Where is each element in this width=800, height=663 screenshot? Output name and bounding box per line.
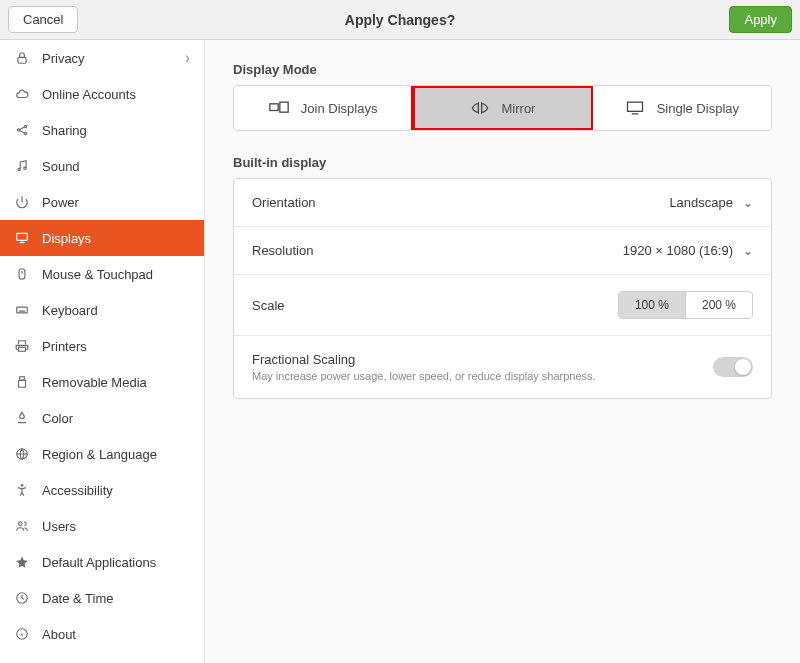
svg-rect-18	[280, 102, 288, 112]
globe-icon	[14, 446, 30, 462]
orientation-label: Orientation	[252, 195, 316, 210]
sidebar-item-privacy[interactable]: Privacy ›	[0, 40, 204, 76]
resolution-row[interactable]: Resolution 1920 × 1080 (16:9) ⌄	[234, 227, 771, 275]
sidebar-item-sharing[interactable]: Sharing	[0, 112, 204, 148]
svg-rect-8	[17, 307, 28, 313]
svg-rect-17	[270, 104, 278, 111]
sidebar-item-sound[interactable]: Sound	[0, 148, 204, 184]
main-area: Display Mode Join Displays Mirror Single…	[205, 40, 800, 663]
svg-point-3	[24, 132, 26, 134]
apply-button[interactable]: Apply	[729, 6, 792, 33]
mode-join-displays[interactable]: Join Displays	[234, 86, 413, 130]
fractional-scaling-sub: May increase power usage, lower speed, o…	[252, 370, 596, 382]
content: Privacy › Online Accounts Sharing Sound …	[0, 40, 800, 663]
fractional-scaling-row: Fractional Scaling May increase power us…	[234, 336, 771, 398]
sidebar-item-label: Default Applications	[42, 555, 156, 570]
sidebar-item-label: Online Accounts	[42, 87, 136, 102]
header-bar: Cancel Apply Changes? Apply	[0, 0, 800, 40]
sidebar-item-about[interactable]: About	[0, 616, 204, 652]
svg-point-13	[21, 484, 23, 486]
mode-label: Single Display	[657, 101, 739, 116]
sidebar-item-accessibility[interactable]: Accessibility	[0, 472, 204, 508]
sidebar-item-label: Privacy	[42, 51, 85, 66]
resolution-label: Resolution	[252, 243, 313, 258]
header-title: Apply Changes?	[345, 12, 455, 28]
sidebar-item-label: About	[42, 627, 76, 642]
star-icon	[14, 554, 30, 570]
chevron-down-icon: ⌄	[743, 244, 753, 258]
sidebar-item-displays[interactable]: Displays	[0, 220, 204, 256]
mode-mirror[interactable]: Mirror	[413, 86, 592, 130]
display-icon	[14, 230, 30, 246]
resolution-value: 1920 × 1080 (16:9)	[623, 243, 733, 258]
sidebar-item-users[interactable]: Users	[0, 508, 204, 544]
display-mode-group: Join Displays Mirror Single Display	[233, 85, 772, 131]
sidebar-item-label: Power	[42, 195, 79, 210]
single-display-icon	[625, 100, 645, 116]
display-mode-title: Display Mode	[233, 62, 772, 77]
color-icon	[14, 410, 30, 426]
svg-rect-0	[18, 57, 26, 63]
sidebar-item-label: Removable Media	[42, 375, 147, 390]
cancel-button[interactable]: Cancel	[8, 6, 78, 33]
svg-rect-11	[19, 380, 26, 387]
users-icon	[14, 518, 30, 534]
sidebar-item-label: Sharing	[42, 123, 87, 138]
sidebar-item-label: Keyboard	[42, 303, 98, 318]
music-icon	[14, 158, 30, 174]
sidebar-item-label: Color	[42, 411, 73, 426]
sidebar-item-color[interactable]: Color	[0, 400, 204, 436]
sidebar-item-power[interactable]: Power	[0, 184, 204, 220]
sidebar-item-printers[interactable]: Printers	[0, 328, 204, 364]
mode-single-display[interactable]: Single Display	[593, 86, 771, 130]
svg-point-5	[24, 167, 26, 169]
svg-point-14	[19, 522, 23, 526]
accessibility-icon	[14, 482, 30, 498]
switch-knob	[735, 359, 751, 375]
builtin-display-panel: Orientation Landscape ⌄ Resolution 1920 …	[233, 178, 772, 399]
scale-200-button[interactable]: 200 %	[686, 292, 752, 318]
orientation-value: Landscape	[669, 195, 733, 210]
sidebar-item-label: Printers	[42, 339, 87, 354]
lock-icon	[14, 50, 30, 66]
sidebar-item-region-language[interactable]: Region & Language	[0, 436, 204, 472]
mirror-icon	[470, 100, 490, 116]
cloud-icon	[14, 86, 30, 102]
sidebar-item-label: Users	[42, 519, 76, 534]
chevron-right-icon: ›	[185, 49, 190, 67]
svg-rect-6	[17, 233, 28, 240]
sidebar-item-label: Region & Language	[42, 447, 157, 462]
sidebar-item-label: Date & Time	[42, 591, 114, 606]
scale-segment: 100 % 200 %	[618, 291, 753, 319]
sidebar-item-mouse-touchpad[interactable]: Mouse & Touchpad	[0, 256, 204, 292]
svg-rect-7	[19, 269, 25, 280]
scale-100-button[interactable]: 100 %	[619, 292, 686, 318]
scale-row: Scale 100 % 200 %	[234, 275, 771, 336]
mode-label: Join Displays	[301, 101, 378, 116]
sidebar-item-removable-media[interactable]: Removable Media	[0, 364, 204, 400]
sidebar-item-label: Sound	[42, 159, 80, 174]
sidebar-item-date-time[interactable]: Date & Time	[0, 580, 204, 616]
svg-point-1	[17, 129, 19, 131]
info-icon	[14, 626, 30, 642]
keyboard-icon	[14, 302, 30, 318]
clock-icon	[14, 590, 30, 606]
usb-icon	[14, 374, 30, 390]
join-displays-icon	[269, 100, 289, 116]
sidebar-item-online-accounts[interactable]: Online Accounts	[0, 76, 204, 112]
builtin-display-title: Built-in display	[233, 155, 772, 170]
sidebar-item-keyboard[interactable]: Keyboard	[0, 292, 204, 328]
share-icon	[14, 122, 30, 138]
orientation-row[interactable]: Orientation Landscape ⌄	[234, 179, 771, 227]
svg-point-4	[18, 168, 20, 170]
chevron-down-icon: ⌄	[743, 196, 753, 210]
scale-label: Scale	[252, 298, 285, 313]
fractional-scaling-switch[interactable]	[713, 357, 753, 377]
sidebar-item-default-applications[interactable]: Default Applications	[0, 544, 204, 580]
svg-rect-9	[19, 347, 26, 351]
fractional-scaling-label: Fractional Scaling	[252, 352, 596, 367]
power-icon	[14, 194, 30, 210]
sidebar: Privacy › Online Accounts Sharing Sound …	[0, 40, 205, 663]
sidebar-item-label: Mouse & Touchpad	[42, 267, 153, 282]
mode-label: Mirror	[502, 101, 536, 116]
